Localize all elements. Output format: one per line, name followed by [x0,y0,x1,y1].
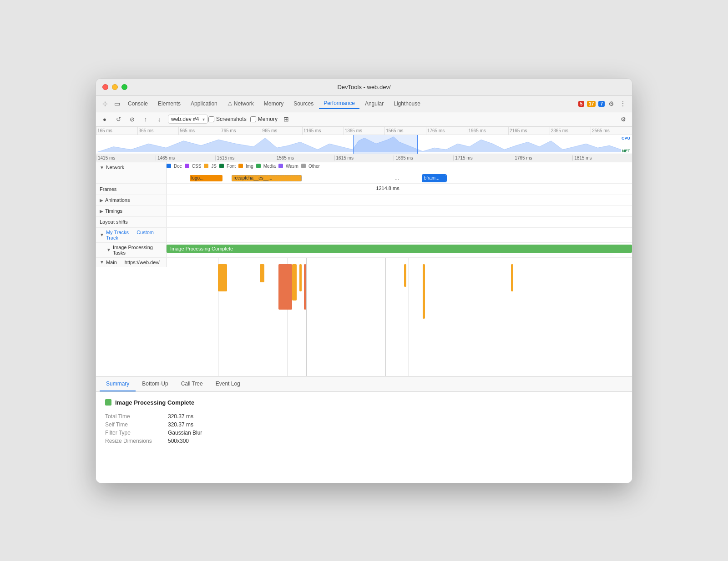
detail-ruler-marks: 1415 ms 1465 ms 1515 ms 1565 ms 1615 ms … [96,155,632,160]
network-bars-content: logo... recaptcha__es__... bfram... ... [167,173,632,183]
tab-bottom-up[interactable]: Bottom-Up [136,377,174,391]
tab-call-tree[interactable]: Call Tree [175,377,209,391]
network-expand-icon[interactable]: ▼ [100,165,104,170]
task-bar-8 [423,264,425,319]
download-button[interactable]: ↓ [154,114,164,124]
filter-type-val: Gaussian Blur [168,430,623,436]
more-indicator: ... [394,175,399,181]
more-icon[interactable]: ⋮ [617,98,628,109]
total-time-key: Total Time [105,413,164,420]
capture-settings-icon[interactable]: ⊞ [281,114,291,124]
timings-expand-icon[interactable]: ▶ [100,209,103,214]
mark-2565: 2565 ms [591,127,632,135]
custom-track-row: ▼ My Tracks — Custom Track [96,228,632,243]
img-processing-expand-icon[interactable]: ▼ [106,247,111,252]
tab-console[interactable]: Console [123,99,152,109]
perf-settings-icon[interactable]: ⚙ [618,114,628,124]
timeline-overview[interactable]: 165 ms 365 ms 565 ms 765 ms 965 ms 1165 … [96,127,632,154]
upload-button[interactable]: ↑ [141,114,151,124]
mark-765: 765 ms [220,127,261,135]
record-button[interactable]: ● [100,114,110,124]
task-bar-5 [299,264,302,291]
frames-content: 1214.8 ms [167,184,632,195]
reload-button[interactable]: ↺ [113,114,123,124]
main-toolbar: ⊹ ▭ Console Elements Application ⚠ Netwo… [96,96,632,112]
legend-wasm-dot [278,164,283,168]
bottom-tabs: Summary Bottom-Up Call Tree Event Log [96,377,632,392]
tab-network[interactable]: ⚠ Network [223,99,258,109]
main-thread-text: Main — https://web.dev/ [106,260,160,265]
animations-expand-icon[interactable]: ▶ [100,198,103,203]
overview-ruler: 165 ms 365 ms 565 ms 765 ms 965 ms 1165 … [96,127,632,135]
clear-button[interactable]: ⊘ [127,114,137,124]
tab-sources[interactable]: Sources [289,99,318,109]
detail-mark-1665: 1665 ms [394,155,453,160]
memory-label: Memory [258,116,278,122]
settings-icon[interactable]: ⚙ [606,98,617,109]
error-badge[interactable]: 5 [578,101,585,107]
vline-6 [367,258,367,376]
detail-ruler: 1415 ms 1465 ms 1515 ms 1565 ms 1615 ms … [96,154,632,162]
custom-track-expand-icon[interactable]: ▼ [100,232,104,237]
warn-badge[interactable]: 17 [587,101,596,107]
maximize-button[interactable] [121,84,127,90]
filter-type-key: Filter Type [105,430,164,436]
info-badge[interactable]: 7 [598,101,605,107]
self-time-val: 320.37 ms [168,421,623,428]
frames-text: Frames [100,186,116,192]
minimize-button[interactable] [112,84,118,90]
tab-elements[interactable]: Elements [153,99,185,109]
overview-ruler-marks: 165 ms 365 ms 565 ms 765 ms 965 ms 1165 … [96,127,632,135]
mark-2165: 2165 ms [508,127,550,135]
tab-application[interactable]: Application [186,99,222,109]
main-thread-expand-icon[interactable]: ▼ [100,260,104,265]
net-label: NET [622,149,630,153]
main-thread-content [167,258,632,376]
legend-js-dot [204,164,208,168]
legend-js-label: JS [211,164,217,169]
network-legend: Doc CSS JS Font Img Media Wasm [167,164,632,169]
timings-track-row: ▶ Timings [96,206,632,217]
tracks-area: ▼ Network Doc CSS JS Font Img [96,162,632,377]
mark-1965: 1965 ms [467,127,508,135]
tab-event-log[interactable]: Event Log [209,377,247,391]
main-thread-label: ▼ Main — https://web.dev/ [96,258,167,267]
layout-shifts-track-row: Layout shifts [96,217,632,228]
tab-performance[interactable]: Performance [319,98,359,109]
tab-summary[interactable]: Summary [100,377,136,391]
recaptcha-bar[interactable]: recaptcha__es__... [232,175,301,181]
network-bars-row: logo... recaptcha__es__... bfram... ... [96,173,632,184]
legend-font-dot [219,164,224,168]
tab-angular[interactable]: Angular [360,99,388,109]
timeline-selection[interactable] [353,135,417,154]
summary-table: Total Time 320.37 ms Self Time 320.37 ms… [105,413,623,444]
tab-lighthouse[interactable]: Lighthouse [389,99,425,109]
bfram-bar[interactable]: bfram... [423,175,446,181]
mark-965: 965 ms [261,127,302,135]
mark-1165: 1165 ms [302,127,344,135]
detail-mark-1415: 1415 ms [96,155,156,160]
screenshots-checkbox[interactable] [208,116,214,122]
device-icon[interactable]: ▭ [111,98,122,109]
toolbar-badges: 5 17 7 [578,101,605,107]
animations-label: ▶ Animations [96,195,167,205]
profile-select[interactable]: web.dev #4 [168,115,208,124]
legend-other-dot [301,164,306,168]
animations-track-row: ▶ Animations [96,195,632,206]
inspect-icon[interactable]: ⊹ [100,98,111,109]
summary-title-row: Image Processing Complete [105,399,623,406]
img-task-bar[interactable]: Image Processing Complete [167,245,632,253]
resize-key: Resize Dimensions [105,438,164,444]
legend-media-label: Media [263,164,276,169]
memory-checkbox[interactable] [250,116,256,122]
close-button[interactable] [102,84,108,90]
tab-memory[interactable]: Memory [259,99,288,109]
mark-1365: 1365 ms [344,127,385,135]
cpu-label: CPU [622,136,630,140]
custom-track-content [167,228,632,242]
frames-time-marker: 1214.8 ms [376,185,399,191]
vline-7 [385,258,386,376]
logo-bar[interactable]: logo... [190,175,222,181]
network-warn-icon: ⚠ [228,100,233,107]
network-bars-label [96,173,167,183]
